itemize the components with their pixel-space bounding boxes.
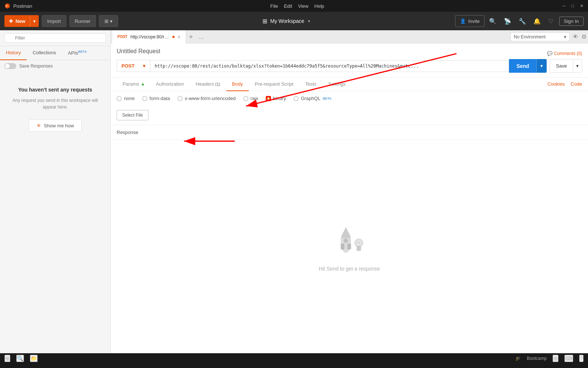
import-button[interactable]: Import — [42, 15, 66, 27]
bootcamp-label[interactable]: Bootcamp — [527, 356, 547, 361]
tab-method: POST — [117, 35, 127, 39]
raw-radio[interactable] — [243, 96, 248, 101]
env-dropdown[interactable]: No Environment ▾ — [510, 32, 570, 41]
menu-file[interactable]: File — [270, 3, 278, 9]
bottom-help-icon[interactable]: ? — [579, 355, 584, 362]
sidebar-tabs: History Collections APIsBETA — [0, 46, 110, 60]
filter-input[interactable] — [4, 33, 106, 43]
menu-help[interactable]: Help — [314, 3, 324, 9]
env-eye-button[interactable]: 👁 — [572, 34, 578, 40]
wrench-icon[interactable]: 🔧 — [517, 16, 527, 26]
sidebar-tab-history[interactable]: History — [0, 46, 27, 60]
code-link[interactable]: Code — [571, 81, 582, 87]
sidebar-tab-collections[interactable]: Collections — [27, 46, 62, 60]
new-button-dropdown[interactable]: ▾ — [30, 15, 39, 27]
tab-url: http://vscope:80/rest/action/b... — [130, 34, 169, 39]
plus-icon: ✚ — [9, 18, 13, 24]
url-input[interactable] — [150, 60, 509, 72]
save-dropdown-button[interactable]: ▾ — [573, 59, 582, 73]
response-header: Response — [111, 125, 588, 140]
send-button[interactable]: Send — [509, 59, 536, 73]
runner-button[interactable]: Runner — [69, 15, 96, 27]
menu-view[interactable]: View — [298, 3, 309, 9]
select-file-button[interactable]: Select File — [117, 110, 148, 120]
satellite-icon[interactable]: 📡 — [502, 16, 513, 26]
signin-button[interactable]: Sign In — [559, 17, 584, 26]
new-button[interactable]: ✚ New ▾ — [4, 15, 39, 27]
tab-body[interactable]: Body — [226, 78, 249, 91]
show-how-button[interactable]: ✳ Show me how — [29, 119, 82, 132]
layout-button[interactable]: ⊞ ▾ — [99, 15, 118, 27]
urlencoded-radio[interactable] — [178, 96, 183, 101]
bottom-folder-icon[interactable]: 📁 — [30, 355, 38, 362]
bottom-grid-icon[interactable]: ⊞ — [4, 355, 10, 362]
svg-rect-12 — [357, 246, 361, 251]
bell-icon[interactable]: 🔔 — [532, 16, 542, 26]
method-label: POST — [121, 63, 134, 69]
sidebar-content: You haven't sent any requests Any reques… — [0, 72, 110, 353]
send-dropdown-button[interactable]: ▾ — [536, 59, 547, 73]
binary-radio[interactable] — [266, 96, 271, 101]
workspace-dropdown-icon: ▼ — [307, 19, 311, 23]
svg-point-13 — [356, 240, 361, 245]
environment-selector: No Environment ▾ 👁 ⚙ — [510, 32, 587, 41]
request-header: Untitled Request 💬 Comments (0) — [117, 48, 582, 59]
svg-marker-7 — [341, 227, 351, 238]
comments-icon: 💬 — [547, 51, 553, 56]
tab-tests[interactable]: Tests — [299, 78, 322, 91]
active-tab[interactable]: POST http://vscope:80/rest/action/b... × — [112, 30, 186, 44]
new-button-main[interactable]: ✚ New — [4, 15, 30, 27]
app-body: 🔍 History Collections APIsBETA Save Resp… — [0, 30, 588, 353]
workspace-selector[interactable]: ⊞ My Workspace ▼ — [121, 18, 453, 25]
sidebar: 🔍 History Collections APIsBETA Save Resp… — [0, 30, 111, 353]
graphql-badge: BETA — [323, 97, 331, 100]
method-dropdown[interactable]: POST ▾ — [117, 60, 150, 72]
raw-option[interactable]: raw — [243, 96, 258, 101]
heart-icon[interactable]: ♡ — [547, 16, 555, 26]
tab-params[interactable]: Params — [117, 78, 150, 91]
main-content: POST http://vscope:80/rest/action/b... ×… — [111, 30, 588, 353]
bottom-search-icon[interactable]: 🔍 — [16, 355, 24, 362]
svg-point-10 — [344, 238, 348, 243]
bottom-layout-icon[interactable]: ⊞ — [553, 355, 558, 362]
save-responses-toggle[interactable] — [4, 63, 16, 69]
graphql-option[interactable]: GraphQL BETA — [293, 96, 331, 101]
comments-button[interactable]: 💬 Comments (0) — [547, 51, 582, 56]
env-settings-button[interactable]: ⚙ — [581, 33, 587, 40]
bottom-right: 🎓 Bootcamp ⊞ ⌨ ? — [515, 355, 584, 362]
tab-headers[interactable]: Headers (1) — [190, 78, 226, 91]
tab-settings[interactable]: Settings — [322, 78, 351, 91]
minimize-button[interactable]: ─ — [562, 3, 565, 8]
main-wrapper: POST http://vscope:80/rest/action/b... ×… — [111, 30, 588, 353]
menu-edit[interactable]: Edit — [284, 3, 292, 9]
binary-option[interactable]: binary — [266, 96, 286, 101]
bottom-keyboard-icon[interactable]: ⌨ — [564, 355, 573, 362]
method-dropdown-icon: ▾ — [143, 63, 145, 69]
bottom-bar: ⊞ 🔍 📁 🎓 Bootcamp ⊞ ⌨ ? — [0, 353, 588, 364]
svg-rect-9 — [347, 244, 351, 250]
more-tabs-button[interactable]: ... — [196, 34, 207, 40]
svg-point-15 — [359, 242, 360, 243]
invite-icon: 👤 — [460, 18, 466, 24]
titlebar: P Postman File Edit View Help ─ □ ✕ — [0, 0, 588, 12]
search-icon[interactable]: 🔍 — [488, 16, 498, 26]
env-selected: No Environment — [514, 34, 546, 39]
rocket-illustration — [327, 221, 372, 266]
cookies-link[interactable]: Cookies — [547, 81, 565, 87]
maximize-button[interactable]: □ — [571, 3, 574, 8]
tab-close-icon[interactable]: × — [178, 34, 180, 40]
tab-modified-dot — [172, 36, 175, 38]
invite-button[interactable]: 👤 Invite — [455, 15, 484, 27]
tab-authorization[interactable]: Authorization — [150, 78, 190, 91]
add-tab-button[interactable]: + — [186, 34, 196, 40]
form-data-radio[interactable] — [142, 96, 147, 101]
urlencoded-option[interactable]: x-www-form-urlencoded — [178, 96, 236, 101]
save-button[interactable]: Save — [550, 59, 573, 73]
none-radio[interactable] — [117, 96, 122, 101]
graphql-radio[interactable] — [293, 96, 299, 101]
none-option[interactable]: none — [117, 96, 135, 101]
tab-pre-request-script[interactable]: Pre-request Script — [249, 78, 299, 91]
close-button[interactable]: ✕ — [580, 3, 584, 8]
form-data-option[interactable]: form-data — [142, 96, 170, 101]
sidebar-tab-apis[interactable]: APIsBETA — [62, 46, 93, 60]
